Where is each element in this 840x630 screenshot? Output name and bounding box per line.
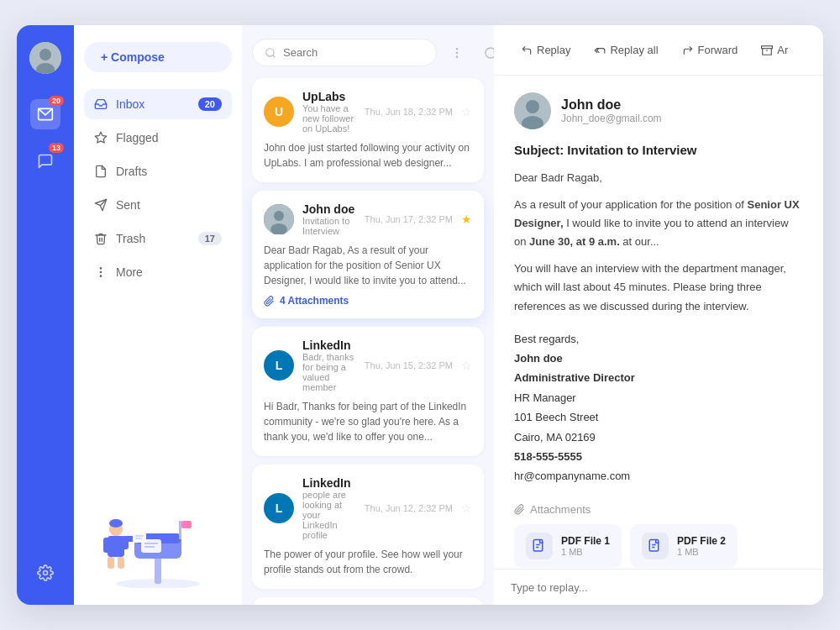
email-body-4: The power of your profile. See how well …: [264, 547, 472, 577]
svg-point-34: [456, 52, 457, 53]
attachment-pdf1[interactable]: PDF File 1 1 MB: [514, 524, 622, 568]
email-card-header-4: L LinkedIn people are looking at your Li…: [264, 476, 472, 540]
email-time-4: Thu, Jun 12, 2:32 PM: [365, 503, 453, 513]
sidebar-item-flagged[interactable]: Flagged: [84, 123, 232, 153]
paperclip-small-icon: [514, 504, 525, 515]
chat-badge: 13: [49, 143, 64, 153]
svg-rect-25: [118, 557, 124, 569]
email-star-2[interactable]: ★: [461, 213, 472, 226]
email-time-2: Thu, Jun 17, 2:32 PM: [365, 214, 453, 224]
signature-email: hr@companyname.com: [514, 466, 803, 486]
svg-rect-39: [762, 45, 773, 48]
detail-toolbar: Replay Replay all Forward Ar: [494, 25, 823, 76]
sidebar-item-trash[interactable]: Trash 17: [84, 223, 232, 254]
detail-body-para1: As a result of your application for the …: [514, 196, 803, 251]
svg-rect-16: [181, 521, 192, 528]
detail-sender-info: John doe John_doe@gmail.com: [561, 97, 662, 124]
signature-address2: Cairo, MA 02169: [514, 428, 803, 447]
pdf1-icon: [526, 533, 553, 559]
flagged-icon: [94, 131, 108, 144]
email-card-4[interactable]: L LinkedIn people are looking at your Li…: [252, 465, 484, 589]
inbox-icon: [94, 97, 108, 111]
email-meta-1: UpLabs You have a new follower on UpLabs…: [302, 90, 356, 134]
svg-point-9: [100, 271, 101, 272]
email-card-1[interactable]: U UpLabs You have a new follower on UpLa…: [252, 78, 484, 182]
email-sender-2: John doe: [302, 202, 356, 216]
email-detail-panel: Replay Replay all Forward Ar: [494, 25, 823, 605]
archive-button[interactable]: Ar: [751, 39, 798, 61]
email-avatar-3: L: [264, 350, 294, 381]
detail-sender-avatar: [514, 92, 551, 129]
reply-all-icon: [594, 45, 606, 56]
svg-point-42: [526, 100, 539, 113]
nav-sidebar: + Compose Inbox 20 Flagged Drafts Sent T…: [74, 25, 242, 605]
sidebar-item-drafts[interactable]: Drafts: [84, 156, 232, 186]
email-body-2: Dear Badr Ragab, As a result of your app…: [264, 243, 472, 288]
detail-body: Dear Badr Ragab, As a result of your app…: [514, 169, 803, 316]
email-avatar-1: U: [264, 97, 294, 127]
sidebar-item-sent[interactable]: Sent: [84, 190, 232, 220]
email-sender-3: LinkedIn: [302, 339, 356, 352]
email-sender-1: UpLabs: [302, 90, 356, 103]
email-star-4[interactable]: ☆: [461, 501, 472, 515]
attachment-count-label: 4 Attachments: [280, 295, 349, 307]
email-card-5[interactable]: D Dribbble Illuminating illustration ide…: [252, 597, 484, 605]
user-avatar[interactable]: [29, 42, 61, 74]
sidebar-icon-settings[interactable]: [30, 558, 60, 588]
email-attachments-2: 4 Attachments: [264, 295, 472, 307]
detail-subject: Subject: Invitation to Interview: [514, 143, 803, 157]
svg-point-1: [39, 49, 51, 60]
email-card-2[interactable]: John doe Invitation to Interview Thu, Ju…: [252, 191, 484, 318]
detail-greeting: Dear Badr Ragab,: [514, 169, 803, 187]
sign-off: Best regards,: [514, 329, 803, 349]
svg-marker-5: [95, 132, 106, 143]
email-list-panel: U UpLabs You have a new follower on UpLa…: [242, 25, 494, 605]
email-time-3: Thu, Jun 15, 2:32 PM: [365, 360, 453, 370]
attachment-pdf2[interactable]: PDF File 2 1 MB: [630, 524, 738, 568]
reply-icon: [521, 45, 533, 56]
email-star-1[interactable]: ☆: [461, 105, 472, 118]
compose-button[interactable]: + Compose: [84, 42, 232, 72]
signature-name: John doe: [514, 349, 803, 368]
pdf1-info: PDF File 1 1 MB: [561, 535, 610, 557]
email-card-3[interactable]: L LinkedIn Badr, thanks for being a valu…: [252, 327, 484, 456]
forward-button[interactable]: Forward: [672, 39, 748, 61]
email-avatar-4: L: [264, 493, 294, 523]
signature-title: Administrative Director: [514, 368, 803, 387]
svg-line-32: [273, 55, 276, 57]
email-meta-3: LinkedIn Badr, thanks for being a valued…: [302, 339, 356, 392]
svg-rect-12: [155, 554, 161, 584]
drafts-icon: [94, 165, 108, 178]
sidebar-icon-chat[interactable]: 13: [30, 146, 60, 176]
trash-label: Trash: [116, 232, 145, 245]
svg-point-37: [274, 211, 284, 221]
sidebar-item-more[interactable]: More: [84, 257, 232, 287]
email-sender-4: LinkedIn: [302, 476, 356, 490]
menu-icon-btn[interactable]: [444, 39, 470, 66]
svg-point-31: [266, 48, 274, 55]
email-star-3[interactable]: ☆: [461, 359, 472, 372]
search-bar[interactable]: [252, 39, 437, 66]
reply-input[interactable]: [511, 581, 806, 594]
email-subject-2: Invitation to Interview: [302, 216, 356, 236]
pdf2-icon: [642, 533, 669, 559]
search-input[interactable]: [283, 46, 424, 59]
detail-body-para2: You will have an interview with the depa…: [514, 260, 803, 315]
more-icon: [94, 265, 108, 279]
signature-role: HR Manager: [514, 388, 803, 407]
svg-rect-24: [108, 557, 114, 569]
sidebar-item-inbox[interactable]: Inbox 20: [84, 89, 232, 119]
sidebar-illustration: [84, 487, 232, 588]
mail-badge: 20: [49, 96, 64, 106]
forward-icon: [682, 45, 694, 56]
replay-button[interactable]: Replay: [511, 39, 580, 61]
icon-sidebar: 20 13: [17, 25, 74, 605]
email-subject-3: Badr, thanks for being a valued member: [302, 352, 356, 392]
replay-all-button[interactable]: Replay all: [584, 39, 668, 61]
drafts-label: Drafts: [116, 165, 147, 178]
paperclip-icon: [264, 296, 275, 307]
svg-point-4: [44, 571, 48, 575]
sidebar-icon-mail[interactable]: 20: [30, 99, 60, 129]
email-body-1: John doe just started following your act…: [264, 140, 472, 171]
archive-icon: [761, 45, 773, 56]
